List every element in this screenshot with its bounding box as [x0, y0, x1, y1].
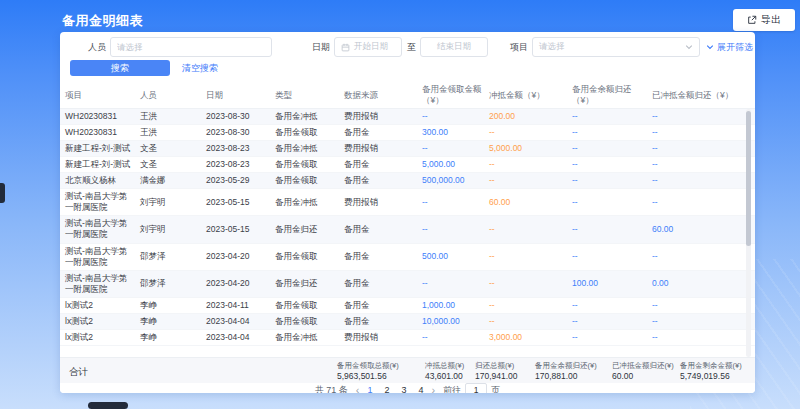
table-row[interactable]: 测试-南昌大学第一附属医院邵梦泽2023-04-20备用金领取备用金500.00…: [60, 244, 755, 271]
summary-total-label: 合计: [69, 366, 88, 379]
export-label: 导出: [761, 13, 781, 27]
cell-source: 费用报销: [342, 109, 420, 124]
project-filter-label: 项目: [510, 37, 528, 57]
start-date-input[interactable]: 开始日期: [334, 37, 402, 57]
cell-project: 新建工程-刘-测试: [63, 141, 138, 156]
cell-offset: --: [487, 314, 570, 329]
cell-balance-return: --: [570, 109, 650, 124]
cell-project: lx测试2: [63, 314, 138, 329]
cell-offset-return: --: [650, 109, 741, 124]
cell-offset: --: [487, 173, 570, 188]
cell-offset: --: [487, 276, 570, 291]
cell-offset-return: 60.00: [650, 222, 741, 237]
end-date-input[interactable]: 结束日期: [420, 37, 488, 57]
goto-suffix-label: 页: [491, 384, 500, 393]
cell-project: lx测试2: [63, 330, 138, 345]
cell-type: 备用金领取: [273, 173, 342, 188]
table-row[interactable]: 新建工程-刘-测试文圣2023-08-23备用金冲抵费用报销--5,000.00…: [60, 141, 755, 157]
cell-received: 300.00: [420, 125, 487, 140]
page-number[interactable]: 2: [384, 385, 389, 393]
cell-source: 备用金: [342, 276, 420, 291]
cell-offset-return: --: [650, 141, 741, 156]
page-number[interactable]: 1: [367, 385, 372, 393]
cell-person: 李峥: [138, 314, 204, 329]
project-filter-select[interactable]: 请选择: [532, 37, 700, 57]
cell-date: 2023-04-04: [204, 314, 273, 329]
cell-person: 文圣: [138, 141, 204, 156]
date-filter-label: 日期: [312, 37, 330, 57]
cell-source: 备用金: [342, 314, 420, 329]
next-page-icon[interactable]: ›: [432, 385, 436, 393]
cell-balance-return: --: [570, 249, 650, 264]
cell-source: 备用金: [342, 222, 420, 237]
table-row[interactable]: lx测试2李峥2023-04-11备用金领取备用金1,000.00------: [60, 298, 755, 314]
clear-search-link[interactable]: 清空搜索: [182, 62, 218, 75]
summary-stat: 备用金剩余金额(¥)5,749,019.56: [680, 361, 742, 383]
cell-date: 2023-04-11: [204, 298, 273, 313]
cell-project: 测试-南昌大学第一附属医院: [63, 271, 138, 297]
cell-type: 备用金领取: [273, 249, 342, 264]
summary-stat: 冲抵总额(¥)43,601.00: [425, 361, 464, 383]
cell-date: 2023-05-29: [204, 173, 273, 188]
cell-offset-return: --: [650, 249, 741, 264]
table-row[interactable]: 测试-南昌大学第一附属医院刘宇明2023-05-15备用金冲抵费用报销--60.…: [60, 189, 755, 216]
cell-source: 备用金: [342, 157, 420, 172]
cell-type: 备用金冲抵: [273, 141, 342, 156]
cell-offset-return: 0.00: [650, 276, 741, 291]
cell-source: 备用金: [342, 249, 420, 264]
cell-offset-return: --: [650, 195, 741, 210]
cell-offset: 200.00: [487, 109, 570, 124]
cell-received: 5,000.00: [420, 157, 487, 172]
cell-type: 备用金领取: [273, 157, 342, 172]
cell-received: --: [420, 195, 487, 210]
cell-person: 文圣: [138, 157, 204, 172]
cell-type: 备用金冲抵: [273, 330, 342, 345]
summary-bar: 合计 备用金领取总额(¥)5,963,501.56冲抵总额(¥)43,601.0…: [60, 357, 755, 383]
cell-offset-return: --: [650, 330, 741, 345]
cell-balance-return: --: [570, 195, 650, 210]
table-row[interactable]: lx测试2李峥2023-04-04备用金领取备用金10,000.00------: [60, 314, 755, 330]
table-row[interactable]: WH20230831王洪2023-08-30备用金领取备用金300.00----…: [60, 125, 755, 141]
table-body: WH20230831王洪2023-08-30备用金冲抵费用报销--200.00-…: [60, 109, 755, 357]
cell-offset: --: [487, 157, 570, 172]
search-button[interactable]: 搜索: [70, 60, 170, 76]
cell-person: 邵梦泽: [138, 276, 204, 291]
cell-type: 备用金冲抵: [273, 195, 342, 210]
collapsed-drawer-handle[interactable]: [0, 183, 5, 203]
table-row[interactable]: 测试-南昌大学第一附属医院邵梦泽2023-04-20备用金归还备用金----10…: [60, 271, 755, 298]
cell-source: 费用报销: [342, 141, 420, 156]
cell-project: WH20230831: [63, 109, 138, 124]
cell-received: --: [420, 141, 487, 156]
table-row[interactable]: lx测试2李峥2023-04-04备用金冲抵费用报销--3,000.00----: [60, 330, 755, 346]
cell-source: 费用报销: [342, 195, 420, 210]
cell-received: 10,000.00: [420, 314, 487, 329]
goto-page-input[interactable]: [465, 383, 487, 393]
person-filter-label: 人员: [88, 37, 106, 57]
cell-person: 满金娜: [138, 173, 204, 188]
chevron-down-icon: [685, 43, 693, 51]
cell-person: 王洪: [138, 109, 204, 124]
table-row[interactable]: WH20230831王洪2023-08-30备用金冲抵费用报销--200.00-…: [60, 109, 755, 125]
person-filter-input[interactable]: [110, 37, 272, 57]
cell-balance-return: --: [570, 330, 650, 345]
page-number[interactable]: 3: [402, 385, 407, 393]
page-title: 备用金明细表: [62, 12, 143, 30]
cell-person: 王洪: [138, 125, 204, 140]
cell-offset: --: [487, 125, 570, 140]
table-row[interactable]: 测试-南昌大学第一附属医院刘宇明2023-05-15备用金归还备用金------…: [60, 216, 755, 243]
page-number[interactable]: 4: [419, 385, 424, 393]
table-row[interactable]: 北京顺义杨林满金娜2023-05-29备用金领取备用金500,000.00---…: [60, 173, 755, 189]
cell-balance-return: --: [570, 173, 650, 188]
cell-received: --: [420, 222, 487, 237]
cell-offset-return: --: [650, 125, 741, 140]
prev-page-icon[interactable]: ‹: [356, 385, 360, 393]
cell-offset-return: --: [650, 298, 741, 313]
column-header: 类型: [273, 88, 342, 103]
cell-person: 李峥: [138, 298, 204, 313]
cell-date: 2023-08-30: [204, 109, 273, 124]
scrollbar-thumb[interactable]: [746, 111, 751, 246]
expand-filters-link[interactable]: 展开筛选: [706, 37, 753, 57]
export-button[interactable]: 导出: [733, 9, 795, 31]
table-row[interactable]: 新建工程-刘-测试文圣2023-08-23备用金领取备用金5,000.00---…: [60, 157, 755, 173]
cell-balance-return: --: [570, 141, 650, 156]
